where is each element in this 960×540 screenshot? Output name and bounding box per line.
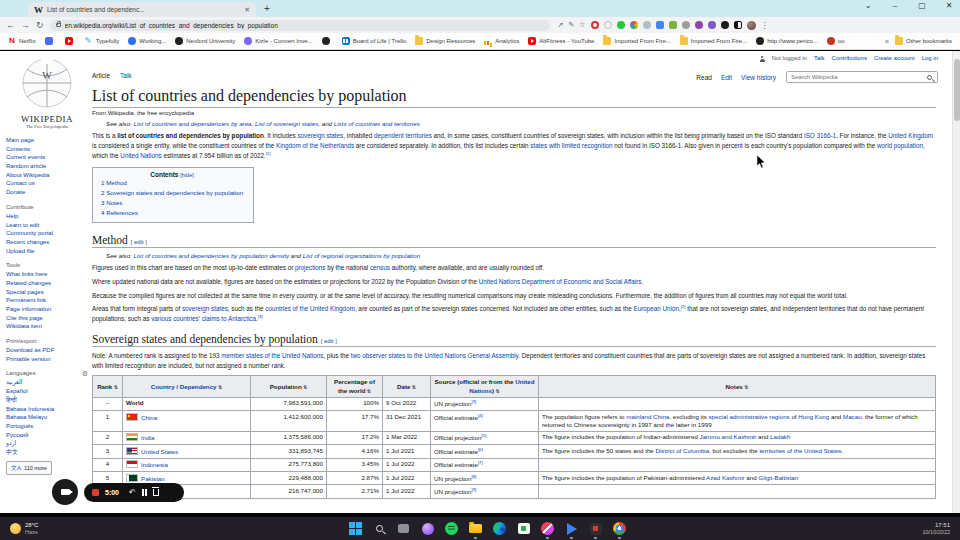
- extension-icon[interactable]: [695, 21, 703, 29]
- tab-article[interactable]: Article: [92, 72, 110, 79]
- extension-icon[interactable]: [669, 21, 677, 29]
- header-notes[interactable]: Notes: [539, 376, 936, 397]
- bookmark-item[interactable]: Working...: [128, 37, 166, 45]
- taskbar-search-icon[interactable]: [372, 521, 387, 536]
- restart-recording-icon[interactable]: ↶: [129, 489, 136, 497]
- log-in-link[interactable]: Log in: [922, 55, 938, 61]
- bookmark-item[interactable]: Nexford University: [175, 37, 235, 45]
- bookmark-item[interactable]: AltFitness - YouTube: [528, 37, 594, 45]
- toc-item-notes[interactable]: 3 Notes: [101, 198, 243, 208]
- tab-close-icon[interactable]: ✕: [244, 6, 250, 14]
- extension-icon[interactable]: [721, 21, 729, 29]
- bookmark-star-icon[interactable]: ☆: [579, 21, 585, 29]
- task-view-icon[interactable]: [396, 521, 411, 536]
- browser-tab[interactable]: W List of countries and dependenc... ✕: [28, 2, 256, 17]
- forward-button[interactable]: →: [21, 21, 30, 30]
- sidebar-item-main-page[interactable]: Main page: [6, 136, 88, 145]
- bookmark-item[interactable]: Design Resources: [415, 37, 475, 45]
- sidebar-item-wikidata-item[interactable]: Wikidata item: [6, 322, 88, 331]
- bookmark-item[interactable]: [322, 37, 333, 45]
- sidebar-item-special-pages[interactable]: Special pages: [6, 288, 88, 297]
- spotify-icon[interactable]: [444, 521, 459, 536]
- edit-link[interactable]: edit: [324, 338, 334, 344]
- extension-icon[interactable]: [604, 21, 612, 29]
- close-button[interactable]: ✕: [944, 1, 954, 10]
- recorder-camera-button[interactable]: [52, 479, 78, 505]
- wikipedia-logo[interactable]: W WIKIPEDIA The Free Encyclopedia: [6, 55, 88, 129]
- edit-link[interactable]: edit: [134, 239, 144, 245]
- minimize-button[interactable]: –: [890, 1, 900, 10]
- reference-link[interactable]: [4]: [478, 413, 483, 418]
- create-account-link[interactable]: Create account: [874, 55, 915, 61]
- sidebar-language-link[interactable]: اردو: [6, 439, 88, 448]
- reference-link[interactable]: [8]: [472, 474, 477, 479]
- taskbar-app-icon[interactable]: [420, 521, 435, 536]
- bookmarks-overflow-icon[interactable]: »: [885, 38, 889, 45]
- bookmark-item[interactable]: Netflix: [8, 37, 36, 45]
- sidebar-item-contents[interactable]: Contents: [6, 145, 88, 154]
- sidebar-item-upload-file[interactable]: Upload file: [6, 247, 88, 256]
- extension-icon[interactable]: [734, 21, 742, 29]
- tab-search-chevron-icon[interactable]: ⌄: [863, 1, 873, 10]
- sidebar-item-contact[interactable]: Contact us: [6, 179, 88, 188]
- bookmark-item[interactable]: http://www.perico...: [756, 37, 818, 45]
- header-rank[interactable]: Rank: [93, 376, 123, 397]
- contributions-link[interactable]: Contributions: [832, 55, 867, 61]
- taskbar-clock[interactable]: 17:51 10/10/2022: [922, 522, 950, 536]
- media-player-icon[interactable]: [564, 521, 579, 536]
- tab-view-history[interactable]: View history: [741, 74, 776, 81]
- reference-link[interactable]: [9]: [472, 487, 477, 492]
- sidebar-item-donate[interactable]: Donate: [6, 188, 88, 197]
- sidebar-item-download-pdf[interactable]: Download as PDF: [6, 346, 88, 355]
- sidebar-language-link[interactable]: Русский: [6, 431, 88, 440]
- extension-icon[interactable]: [708, 21, 716, 29]
- sidebar-language-link[interactable]: Bahasa Indonesia: [6, 405, 88, 414]
- share-icon[interactable]: ↗: [558, 21, 564, 29]
- sidebar-item-permanent-link[interactable]: Permanent link: [6, 296, 88, 305]
- taskbar-app-icon[interactable]: [588, 521, 603, 536]
- sidebar-item-about[interactable]: About Wikipedia: [6, 171, 88, 180]
- sidebar-language-link[interactable]: Português: [6, 422, 88, 431]
- sidebar-language-link[interactable]: العربية: [6, 378, 88, 387]
- wiki-search-box[interactable]: [786, 71, 938, 83]
- edit-pen-icon[interactable]: ✎: [568, 21, 574, 29]
- back-button[interactable]: ←: [6, 21, 15, 30]
- sidebar-language-link[interactable]: हिन्दी: [6, 396, 88, 405]
- sidebar-item-cite-this-page[interactable]: Cite this page: [6, 314, 88, 323]
- reload-button[interactable]: ↻: [36, 21, 44, 30]
- sidebar-item-printable-version[interactable]: Printable version: [6, 355, 88, 364]
- extension-icon[interactable]: [617, 21, 625, 29]
- bookmark-item[interactable]: Imported From Fire...: [680, 37, 747, 45]
- file-explorer-icon[interactable]: [468, 521, 483, 536]
- scrollbar-thumb[interactable]: [954, 59, 960, 121]
- extension-icon[interactable]: [656, 21, 664, 29]
- header-date[interactable]: Date: [383, 376, 431, 397]
- toc-hide-link[interactable]: [hide]: [180, 172, 193, 178]
- sidebar-item-current-events[interactable]: Current events: [6, 153, 88, 162]
- page-scrollbar[interactable]: [952, 51, 960, 513]
- sidebar-item-help[interactable]: Help: [6, 212, 88, 221]
- extension-icon[interactable]: [682, 21, 690, 29]
- sidebar-item-learn-to-edit[interactable]: Learn to edit: [6, 221, 88, 230]
- sidebar-item-community-portal[interactable]: Community portal: [6, 229, 88, 238]
- tab-talk[interactable]: Talk: [120, 72, 132, 79]
- weather-widget[interactable]: 28°C Haze: [10, 522, 38, 535]
- toc-item-references[interactable]: 4 References: [101, 208, 243, 218]
- store-icon[interactable]: [516, 521, 531, 536]
- sidebar-item-related-changes[interactable]: Related changes: [6, 279, 88, 288]
- sidebar-language-link[interactable]: Bahasa Melayu: [6, 413, 88, 422]
- bookmark-item[interactable]: Typefully: [85, 37, 120, 45]
- pause-recording-icon[interactable]: [142, 489, 147, 496]
- stop-recording-button[interactable]: [92, 489, 99, 496]
- sidebar-item-random-article[interactable]: Random article: [6, 162, 88, 171]
- bookmark-item[interactable]: Analytics: [484, 37, 519, 45]
- bookmark-item[interactable]: Imported From Fire...: [603, 37, 670, 45]
- profile-avatar[interactable]: [747, 21, 756, 30]
- reference-link[interactable]: [5]: [481, 433, 486, 438]
- toc-item-sovereign-states[interactable]: 2 Sovereign states and dependencies by p…: [101, 188, 243, 198]
- toc-item-method[interactable]: 1 Method: [101, 178, 243, 188]
- sidebar-item-page-information[interactable]: Page information: [6, 305, 88, 314]
- sidebar-item-recent-changes[interactable]: Recent changes: [6, 238, 88, 247]
- reference-link[interactable]: [3]: [472, 399, 477, 404]
- taskbar-app-icon[interactable]: [540, 521, 555, 536]
